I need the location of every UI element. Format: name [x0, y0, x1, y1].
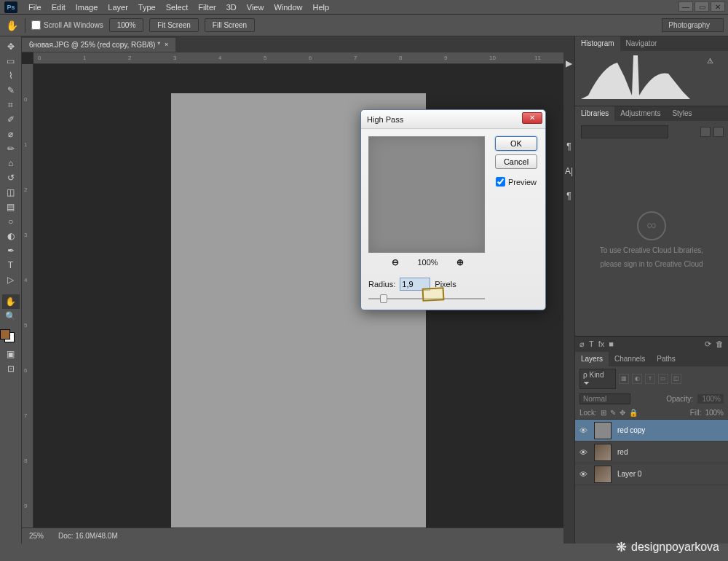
cancel-button[interactable]: Cancel	[495, 154, 537, 169]
histogram-tab[interactable]: Histogram	[575, 36, 620, 51]
quickmask-toggle[interactable]: ▣	[2, 347, 20, 361]
layer-item[interactable]: 👁 red copy	[575, 420, 728, 442]
channels-tab[interactable]: Channels	[609, 352, 651, 366]
foreground-color[interactable]	[0, 329, 10, 340]
lock-pixel-icon[interactable]: ✎	[610, 409, 616, 417]
window-close-button[interactable]: ✕	[711, 1, 725, 12]
trash-icon[interactable]: 🗑	[716, 340, 724, 349]
pen-tool[interactable]: ✒	[2, 243, 20, 258]
lasso-tool[interactable]: ⌇	[2, 68, 20, 83]
history-brush-tool[interactable]: ↺	[2, 170, 20, 185]
adjustments-tab[interactable]: Adjustments	[614, 106, 666, 121]
ok-button[interactable]: OK	[495, 136, 537, 151]
refresh-icon[interactable]: ⟳	[705, 340, 711, 349]
blend-mode-dropdown[interactable]: Normal	[579, 393, 630, 404]
stamp-tool[interactable]: ⌂	[2, 156, 20, 170]
menu-layer[interactable]: Layer	[103, 1, 133, 13]
fill-screen-button[interactable]: Fill Screen	[205, 18, 255, 32]
library-dropdown[interactable]	[581, 125, 668, 138]
paragraph-icon[interactable]: ¶	[566, 141, 571, 152]
window-min-button[interactable]: —	[678, 1, 693, 12]
layer-name[interactable]: red copy	[617, 426, 645, 434]
crop-tool[interactable]: ⌗	[2, 98, 20, 112]
eye-icon[interactable]: 👁	[579, 470, 588, 479]
paths-tab[interactable]: Paths	[651, 352, 681, 366]
opacity-value[interactable]: 100%	[697, 394, 724, 404]
screen-mode-toggle[interactable]: ⊡	[2, 361, 20, 376]
layers-tab[interactable]: Layers	[575, 352, 609, 366]
warning-icon[interactable]: ⚠	[707, 57, 713, 65]
lock-pos-icon[interactable]: ✥	[620, 409, 625, 417]
layer-name[interactable]: Layer 0	[617, 470, 641, 478]
marquee-tool[interactable]: ▭	[2, 54, 20, 68]
link-icon[interactable]: ⌀	[579, 340, 585, 349]
window-max-button[interactable]: ▭	[695, 1, 709, 12]
close-tab-icon[interactable]: ×	[165, 41, 168, 48]
glyph-icon[interactable]: ¶	[566, 191, 571, 201]
zoom-out-icon[interactable]: ⊖	[392, 257, 399, 267]
annotation-highlight	[422, 287, 445, 302]
menu-edit[interactable]: Edit	[47, 1, 71, 13]
gradient-tool[interactable]: ▤	[2, 200, 20, 214]
filter-type-icon[interactable]: T	[645, 374, 655, 384]
zoom-tool[interactable]: 🔍	[2, 309, 20, 323]
filter-pixel-icon[interactable]: ▦	[619, 374, 629, 384]
filter-preview[interactable]	[368, 136, 485, 253]
dialog-title-bar[interactable]: High Pass ✕	[361, 110, 545, 129]
document-tab[interactable]: 6новая.JPG @ 25% (red copy, RGB/8) * ×	[22, 38, 175, 52]
fx-icon[interactable]: fx	[598, 340, 605, 349]
path-select-tool[interactable]: ▷	[2, 272, 20, 287]
menu-file[interactable]: File	[23, 1, 47, 13]
hand-tool-icon[interactable]: ✋	[4, 18, 19, 33]
libraries-tab[interactable]: Libraries	[575, 106, 614, 121]
menu-3d[interactable]: 3D	[221, 1, 242, 13]
scroll-all-checkbox[interactable]: Scroll All Windows	[31, 20, 103, 30]
dodge-tool[interactable]: ◐	[2, 229, 20, 243]
slider-thumb[interactable]	[380, 294, 387, 303]
filter-adjust-icon[interactable]: ◐	[632, 374, 642, 384]
workspace-dropdown[interactable]: Photography	[662, 18, 724, 32]
eyedropper-tool[interactable]: ✐	[2, 112, 20, 127]
type-icon[interactable]: T	[589, 340, 594, 349]
eye-icon[interactable]: 👁	[579, 448, 588, 457]
zoom-level[interactable]: 25%	[29, 532, 44, 540]
fill-value[interactable]: 100%	[705, 409, 724, 417]
menu-window[interactable]: Window	[269, 1, 307, 13]
menu-select[interactable]: Select	[161, 1, 194, 13]
menu-help[interactable]: Help	[308, 1, 335, 13]
character-icon[interactable]: A|	[565, 166, 573, 176]
healing-tool[interactable]: ⌀	[2, 127, 20, 141]
lib-view-icon[interactable]	[700, 127, 711, 137]
eraser-tool[interactable]: ◫	[2, 185, 20, 200]
type-tool[interactable]: T	[2, 258, 20, 272]
lock-trans-icon[interactable]: ⊞	[601, 409, 606, 417]
layer-name[interactable]: red	[617, 448, 628, 456]
menu-view[interactable]: View	[242, 1, 269, 13]
layer-item[interactable]: 👁 Layer 0	[575, 463, 728, 485]
zoom-in-icon[interactable]: ⊕	[456, 257, 464, 267]
menu-type[interactable]: Type	[133, 1, 161, 13]
filter-kind-dropdown[interactable]: ρ Kind ⏷	[579, 369, 616, 389]
filter-shape-icon[interactable]: ▭	[658, 374, 668, 384]
menu-filter[interactable]: Filter	[193, 1, 221, 13]
fit-screen-button[interactable]: Fit Screen	[149, 18, 199, 32]
hand-tool[interactable]: ✋	[2, 294, 20, 309]
lock-all-icon[interactable]: 🔒	[629, 409, 638, 417]
fill-icon[interactable]: ■	[609, 340, 614, 349]
blur-tool[interactable]: ○	[2, 214, 20, 229]
navigator-tab[interactable]: Navigator	[620, 36, 663, 51]
menu-bar: Ps File Edit Image Layer Type Select Fil…	[0, 0, 728, 15]
move-tool[interactable]: ✥	[2, 39, 20, 54]
preview-checkbox[interactable]: Preview	[496, 177, 537, 187]
layer-item[interactable]: 👁 red	[575, 442, 728, 463]
eye-icon[interactable]: 👁	[579, 426, 588, 435]
play-icon[interactable]: ▶	[566, 58, 572, 68]
brush-tool[interactable]: ✏	[2, 141, 20, 156]
styles-tab[interactable]: Styles	[666, 106, 697, 121]
menu-image[interactable]: Image	[71, 1, 103, 13]
zoom-100-button[interactable]: 100%	[109, 18, 144, 32]
filter-smart-icon[interactable]: ◫	[671, 374, 681, 384]
dialog-close-button[interactable]: ✕	[522, 112, 542, 124]
quick-select-tool[interactable]: ✎	[2, 83, 20, 98]
lib-grid-icon[interactable]	[713, 127, 724, 137]
